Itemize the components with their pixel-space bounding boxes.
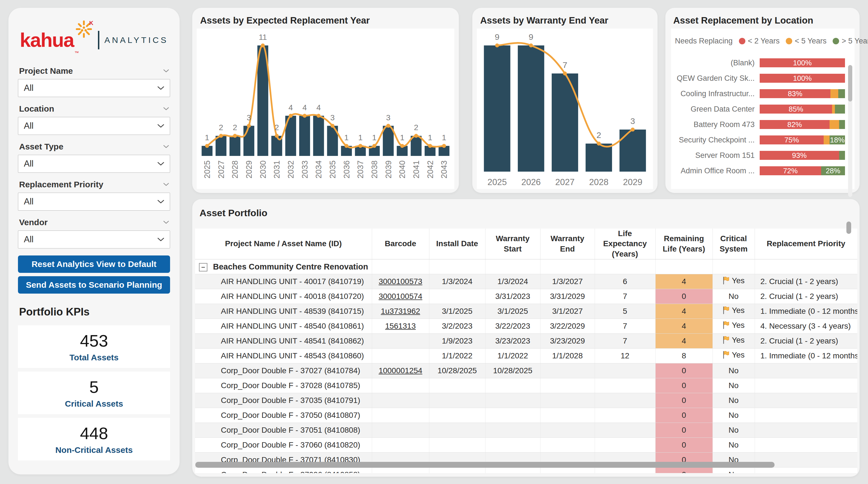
- filter-header-project-name[interactable]: Project Name: [18, 66, 170, 76]
- segment-2-years[interactable]: 93%: [760, 151, 839, 160]
- barcode-link[interactable]: 1u3731962: [381, 307, 420, 316]
- column-header-install-date[interactable]: Install Date: [429, 229, 485, 259]
- warranty-start-cell: 3/22/2023: [485, 319, 540, 334]
- vendor-dropdown[interactable]: All: [18, 230, 170, 249]
- bar-value-label: 3: [247, 113, 251, 122]
- bar-2028[interactable]: [229, 136, 241, 156]
- bar-2026[interactable]: [518, 45, 544, 172]
- segment-5-years[interactable]: [839, 151, 845, 160]
- filter-label: Project Name: [19, 66, 73, 76]
- segment-5-years[interactable]: 28%: [821, 166, 845, 175]
- life-expectancy-cell: [595, 393, 655, 408]
- table-row[interactable]: Corp_Door Double F - 37051 (8410808)0No: [195, 423, 857, 438]
- bar-2034[interactable]: [313, 116, 324, 156]
- line-marker-2029: [631, 128, 635, 131]
- filter-header-location[interactable]: Location: [18, 104, 170, 114]
- column-header-warranty-end[interactable]: Warranty End: [540, 229, 595, 259]
- segment-5-years[interactable]: 18%: [830, 135, 845, 144]
- x-axis-label: 2025: [488, 177, 507, 187]
- barcode-link[interactable]: 1561313: [385, 322, 415, 330]
- table-row[interactable]: Corp_Door Double F - 37060 (8410820)0No: [195, 438, 857, 453]
- bar-2029[interactable]: [243, 126, 254, 156]
- bar-2033[interactable]: [299, 116, 310, 156]
- vertical-scrollbar-thumb[interactable]: [846, 222, 851, 234]
- bar-2028[interactable]: [586, 143, 612, 172]
- remaining-life-cell: 0: [655, 408, 713, 423]
- table-row[interactable]: AIR HANDLING UNIT - 40017 (8410719)30001…: [195, 274, 857, 289]
- chevron-down-icon: [163, 145, 169, 148]
- bar-value-label: 3: [630, 117, 635, 126]
- kpi-label: Critical Assets: [65, 399, 123, 409]
- table-row[interactable]: Corp_Door Double F - 37035 (8410791)0No: [195, 393, 857, 408]
- replacement-year-chart: 1202522027220283202911203022031420324203…: [197, 29, 454, 189]
- bar-2027[interactable]: [216, 136, 226, 156]
- asset-type-dropdown[interactable]: All: [18, 155, 170, 173]
- group-row[interactable]: −Beaches Community Centre Renovation: [195, 259, 857, 274]
- column-header-life-expectancy-years[interactable]: Life Expectancy (Years): [595, 229, 655, 259]
- location-scrollbar-thumb[interactable]: [848, 65, 852, 101]
- asset-portfolio-card: Asset Portfolio Project Name / Asset Nam…: [192, 199, 860, 477]
- table-row[interactable]: AIR HANDLING UNIT - 40018 (8410720)30001…: [195, 289, 857, 304]
- column-header-replacement-priority[interactable]: Replacement Priority: [755, 229, 857, 259]
- segment-5-years[interactable]: [832, 105, 835, 114]
- segment-5-years[interactable]: [830, 89, 838, 98]
- table-row[interactable]: Corp_Door Double F - 37028 (8410785)0No: [195, 378, 857, 393]
- bar-2025[interactable]: [484, 45, 510, 172]
- segment-5-years[interactable]: [838, 89, 845, 98]
- segment-5-years[interactable]: [824, 135, 830, 144]
- critical-value: Yes: [732, 321, 745, 330]
- x-axis-label: 2028: [589, 177, 609, 187]
- barcode-link[interactable]: 3000100574: [379, 292, 422, 301]
- legend-item-5-years[interactable]: > 5 Years: [833, 37, 868, 45]
- segment-2-years[interactable]: 85%: [760, 105, 832, 114]
- segment-2-years[interactable]: 75%: [760, 135, 824, 144]
- filter-header-vendor[interactable]: Vendor: [18, 218, 170, 227]
- line-marker-2033: [303, 114, 307, 118]
- filter-label: Vendor: [19, 218, 48, 227]
- filter-header-asset-type[interactable]: Asset Type: [18, 142, 170, 152]
- remaining-life-cell: 0: [655, 423, 713, 438]
- bar-value-label: 3: [330, 113, 335, 122]
- barcode-link[interactable]: 3000100573: [379, 277, 422, 286]
- location-dropdown[interactable]: All: [18, 117, 170, 135]
- collapse-icon[interactable]: −: [199, 263, 207, 271]
- column-header-project-name-asset-name-id[interactable]: Project Name / Asset Name (ID): [195, 229, 372, 259]
- segment-2-years[interactable]: 100%: [760, 58, 845, 67]
- column-header-barcode[interactable]: Barcode: [372, 229, 429, 259]
- table-header-row: Project Name / Asset Name (ID)BarcodeIns…: [195, 229, 857, 259]
- location-scrollbar[interactable]: [848, 65, 852, 197]
- barcode-link[interactable]: 1000001254: [379, 366, 422, 375]
- segment-5-years[interactable]: [830, 120, 839, 129]
- send-scenario-button[interactable]: Send Assets to Scenario Planning: [18, 276, 170, 294]
- column-header-critical-system[interactable]: Critical System: [713, 229, 755, 259]
- segment-5-years[interactable]: [839, 120, 845, 129]
- segment-2-years[interactable]: 83%: [760, 89, 830, 98]
- table-row[interactable]: AIR HANDLING UNIT - 48543 (8410860)1/1/2…: [195, 349, 857, 363]
- reset-analytics-button[interactable]: Reset Analytics View to Default: [18, 255, 170, 273]
- chevron-down-icon: [163, 107, 169, 110]
- table-row[interactable]: AIR HANDLING UNIT - 48541 (8410862)1/9/2…: [195, 334, 857, 349]
- chevron-down-icon: [157, 237, 164, 242]
- legend-item-2-years[interactable]: < 2 Years: [739, 37, 780, 45]
- column-header-remaining-life-years[interactable]: Remaining Life (Years): [655, 229, 713, 259]
- column-header-warranty-start[interactable]: Warranty Start: [485, 229, 540, 259]
- replacement-priority-dropdown[interactable]: All: [18, 193, 170, 211]
- table-body: −Beaches Community Centre RenovationAIR …: [195, 259, 857, 473]
- segment-2-years[interactable]: 82%: [760, 120, 830, 129]
- table-row[interactable]: AIR HANDLING UNIT - 48540 (8410861)15613…: [195, 319, 857, 334]
- segment-2-years[interactable]: 72%: [760, 166, 821, 175]
- legend-item-5-years[interactable]: < 5 Years: [786, 37, 827, 45]
- table-row[interactable]: Corp_Door Double F - 37096 (8410858)0No: [195, 467, 857, 473]
- segment-2-years[interactable]: 100%: [760, 74, 845, 83]
- filter-header-replacement-priority[interactable]: Replacement Priority: [18, 180, 170, 189]
- segment-5-years[interactable]: [835, 105, 845, 114]
- horizontal-scrollbar-thumb[interactable]: [195, 462, 775, 468]
- empty-cell: [372, 259, 429, 274]
- project-name-dropdown[interactable]: All: [18, 79, 170, 97]
- table-row[interactable]: Corp_Door Double F - 37027 (8410784)1000…: [195, 363, 857, 378]
- table-row[interactable]: Corp_Door Double F - 37050 (8410807)0No: [195, 408, 857, 423]
- bar-2027[interactable]: [552, 73, 578, 172]
- table-row[interactable]: AIR HANDLING UNIT - 48539 (8410715)1u373…: [195, 304, 857, 319]
- remaining-life-cell: 4: [655, 304, 713, 319]
- bar-2029[interactable]: [619, 130, 646, 172]
